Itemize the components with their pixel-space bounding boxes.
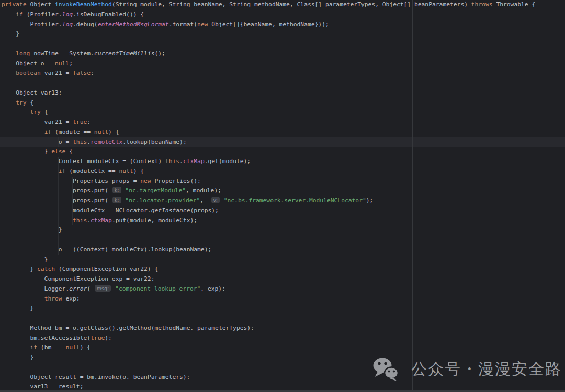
code-token: if	[59, 168, 66, 175]
code-line[interactable]: if (module == null) {	[0, 128, 565, 137]
code-token: (String module, String beanName, String …	[112, 1, 471, 8]
code-token: Object result = bm.invoke(o, beanParamet…	[2, 374, 190, 381]
code-token: true	[91, 335, 105, 341]
code-line[interactable]: try {	[0, 108, 565, 118]
code-line[interactable]: } else {	[0, 147, 565, 157]
code-line[interactable]: props.put( k: "nc.targetModule", module)…	[0, 186, 565, 196]
code-token: ();	[155, 50, 165, 57]
code-token	[2, 11, 16, 18]
code-token: else	[51, 148, 65, 155]
code-token: var21 =	[2, 119, 73, 125]
code-token	[220, 197, 224, 204]
code-line[interactable]: if (Profiler.log.isDebugEnabled()) {	[0, 10, 565, 20]
code-token: );	[366, 197, 374, 204]
code-token: ;	[87, 119, 91, 125]
code-token: this	[73, 139, 87, 145]
code-line[interactable]: ComponentException exp = var22;	[0, 274, 565, 284]
code-token	[2, 295, 44, 302]
code-line[interactable]: Method bm = o.getClass().getMethod(metho…	[0, 324, 565, 333]
code-line[interactable]: moduleCtx = NCLocator.getInstance(props)…	[0, 206, 565, 216]
code-token: .format(	[169, 21, 197, 28]
code-token: ;	[91, 70, 94, 76]
code-line[interactable]: this.ctxMap.put(module, moduleCtx);	[0, 216, 565, 226]
code-line[interactable]: long nowTime = System.currentTimeMillis(…	[0, 49, 565, 59]
code-line[interactable]: }	[0, 255, 565, 265]
code-token: "component lookup error"	[115, 285, 200, 292]
code-line[interactable]: var21 = true;	[0, 118, 565, 128]
code-token: boolean	[16, 70, 41, 76]
code-line[interactable]: } catch (ComponentException var22) {	[0, 264, 565, 274]
code-token: var13 = result;	[2, 383, 83, 390]
code-line[interactable]: }	[0, 225, 565, 235]
code-token: , exp);	[200, 285, 225, 292]
code-token: error	[69, 285, 87, 292]
code-token: }	[2, 305, 33, 312]
code-token	[2, 50, 16, 57]
code-line[interactable]: if (moduleCtx == null) {	[0, 167, 565, 177]
code-token: }	[2, 30, 19, 37]
code-token: throw	[44, 295, 62, 302]
code-token: ) {	[80, 344, 91, 351]
watermark-text: 公众号・漫漫安全路	[411, 359, 562, 380]
code-token: log	[62, 11, 73, 18]
code-line[interactable]: throw exp;	[0, 294, 565, 304]
code-token	[2, 99, 16, 106]
code-line[interactable]: bm.setAccessible(true);	[0, 333, 565, 343]
code-token: new	[197, 21, 208, 28]
code-token: o =	[2, 139, 73, 145]
code-token: ctxMap	[183, 158, 205, 165]
code-line[interactable]: Context moduleCtx = (Context) this.ctxMa…	[0, 157, 565, 167]
code-token: null	[94, 129, 108, 135]
code-line[interactable]: private Object invokeBeanMethod(String m…	[0, 0, 565, 10]
code-token: log	[62, 21, 73, 28]
code-line[interactable]: Profiler.log.debug(enterMethodMsgFormat.…	[0, 20, 565, 30]
code-line[interactable]: Object o = null;	[0, 59, 565, 69]
code-token: (	[87, 285, 94, 292]
code-token: (moduleCtx ==	[65, 168, 119, 175]
code-token: ) {	[108, 129, 119, 135]
code-token: catch	[37, 266, 55, 272]
code-line[interactable]: Logger.error( msg: "component lookup err…	[0, 284, 565, 294]
code-token: (bm ==	[37, 344, 65, 351]
code-line[interactable]: boolean var21 = false;	[0, 68, 565, 78]
code-line[interactable]: props.put( k: "nc.locator.provider", v: …	[0, 196, 565, 206]
code-token: }	[2, 256, 48, 263]
code-token: o = ((Context) moduleCtx).lookup(beanNam…	[2, 246, 211, 253]
code-line[interactable]	[0, 39, 565, 49]
code-line[interactable]	[0, 314, 565, 324]
code-token: (props);	[190, 207, 218, 214]
code-line[interactable]: try {	[0, 98, 565, 108]
code-token: Logger.	[2, 285, 69, 292]
code-token: this	[165, 158, 179, 165]
code-token: throws	[471, 1, 493, 8]
code-token: var21 =	[41, 70, 73, 76]
code-token	[2, 109, 30, 116]
code-line[interactable]: Object var13;	[0, 88, 565, 98]
code-token: Object var13;	[2, 89, 62, 96]
code-token	[2, 70, 16, 76]
code-token: bm.setAccessible(	[2, 335, 91, 341]
code-token: }	[2, 266, 37, 272]
code-token: Properties();	[151, 178, 201, 185]
code-line[interactable]: }	[0, 29, 565, 39]
code-area[interactable]: private Object invokeBeanMethod(String m…	[0, 0, 565, 392]
code-line[interactable]	[0, 78, 565, 88]
code-token: true	[73, 119, 87, 125]
code-token: if	[44, 129, 52, 135]
code-token: null	[55, 60, 69, 67]
code-token: Object[]{beanName, methodName}));	[208, 21, 329, 28]
code-line[interactable]	[0, 235, 565, 245]
inlay-hint: k:	[112, 187, 121, 193]
code-token: Properties props =	[2, 178, 140, 185]
code-line[interactable]: Properties props = new Properties();	[0, 177, 565, 187]
code-token: if	[30, 344, 37, 351]
code-token: ,	[200, 197, 210, 204]
code-token: {	[41, 109, 48, 116]
code-line[interactable]: if (bm == null) {	[0, 343, 565, 353]
code-token: }	[2, 148, 51, 155]
code-token: (module ==	[51, 129, 94, 135]
code-token: }	[2, 226, 62, 233]
code-line[interactable]: o = ((Context) moduleCtx).lookup(beanNam…	[0, 245, 565, 255]
code-line[interactable]: }	[0, 304, 565, 314]
code-line[interactable]: o = this.remoteCtx.lookup(beanName);	[0, 137, 565, 147]
